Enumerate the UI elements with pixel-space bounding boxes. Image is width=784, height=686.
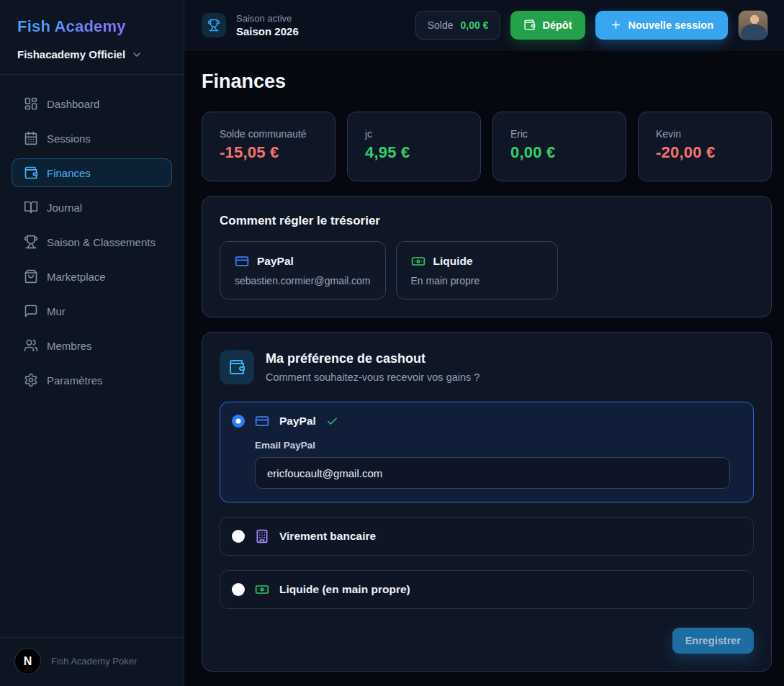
plus-icon	[610, 19, 622, 31]
radio-virement[interactable]	[232, 530, 245, 543]
sidebar-item-parametres[interactable]: Paramètres	[12, 366, 172, 394]
stat-value: 4,95 €	[365, 143, 463, 162]
season-name: Saison 2026	[236, 25, 299, 37]
page-content: Finances Solde communauté -15,05 € jc 4,…	[184, 50, 784, 686]
cashout-option-virement[interactable]: Virement bancaire	[220, 517, 754, 556]
method-card-liquide: Liquide En main propre	[396, 241, 558, 299]
season-active-label: Saison active	[236, 13, 299, 24]
stat-label: jc	[365, 128, 463, 140]
sidebar-item-mur[interactable]: Mur	[12, 297, 172, 325]
cashout-header: Ma préférence de cashout Comment souhait…	[220, 350, 754, 384]
balance-label: Solde	[428, 19, 454, 31]
method-name: Liquide	[433, 255, 473, 268]
balance-value: 0,00 €	[461, 19, 489, 31]
stat-label: Eric	[510, 128, 608, 140]
sidebar-item-label: Finances	[47, 167, 91, 179]
sidebar-item-marketplace[interactable]: Marketplace	[12, 262, 172, 291]
method-card-paypal: PayPal sebastien.cormier@gmail.com	[220, 241, 386, 299]
balance-chip: Solde 0,00 €	[415, 11, 501, 40]
credit-card-icon	[255, 414, 269, 428]
sidebar: Fish Academy Fishacademy Officiel Dashbo…	[0, 0, 184, 686]
option-label: PayPal	[279, 415, 316, 428]
stats-row: Solde communauté -15,05 € jc 4,95 € Eric…	[202, 112, 772, 181]
treasurer-title: Comment régler le trésorier	[220, 214, 754, 228]
sidebar-footer: N Fish Academy Poker	[0, 637, 184, 686]
check-icon	[326, 415, 338, 428]
stat-label: Solde communauté	[220, 128, 317, 140]
shopping-bag-icon	[24, 269, 38, 284]
cashout-options: PayPal Email PayPal	[220, 402, 754, 609]
sidebar-footer-label: Fish Academy Poker	[51, 656, 137, 667]
new-session-button[interactable]: Nouvelle session	[595, 11, 728, 40]
sidebar-item-label: Saison & Classements	[47, 236, 156, 248]
cashout-option-liquide[interactable]: Liquide (en main propre)	[220, 570, 754, 609]
app-logo: Fish Academy	[17, 17, 166, 36]
sidebar-item-finances[interactable]: Finances	[12, 158, 172, 187]
save-button[interactable]: Enregistrer	[672, 628, 754, 654]
dashboard-icon	[24, 96, 38, 111]
cashout-subtitle: Comment souhaitez-vous recevoir vos gain…	[266, 371, 479, 383]
credit-card-icon	[235, 254, 249, 268]
deposit-button[interactable]: Dépôt	[510, 11, 585, 40]
sidebar-item-label: Paramètres	[47, 374, 103, 387]
sidebar-item-label: Mur	[47, 305, 66, 317]
save-row: Enregistrer	[220, 628, 754, 654]
bank-building-icon	[255, 529, 269, 543]
cashout-panel: Ma préférence de cashout Comment souhait…	[202, 332, 772, 672]
trophy-icon	[202, 13, 226, 37]
sidebar-item-saison-classements[interactable]: Saison & Classements	[12, 227, 172, 256]
sidebar-item-sessions[interactable]: Sessions	[12, 124, 172, 153]
sidebar-item-journal[interactable]: Journal	[12, 193, 172, 222]
sidebar-nav: Dashboard Sessions Finances Journal Sais…	[0, 75, 184, 409]
radio-paypal[interactable]	[232, 415, 245, 428]
stat-card-community-balance: Solde communauté -15,05 €	[202, 112, 335, 181]
sidebar-item-label: Journal	[47, 202, 82, 214]
trophy-icon	[24, 235, 38, 249]
org-switcher[interactable]: Fishacademy Officiel	[17, 48, 166, 60]
cashout-option-paypal[interactable]: PayPal Email PayPal	[220, 402, 754, 502]
stat-value: -20,00 €	[656, 143, 754, 162]
avatar[interactable]	[738, 10, 768, 40]
book-open-icon	[24, 200, 38, 215]
gear-icon	[24, 373, 38, 387]
treasurer-methods: PayPal sebastien.cormier@gmail.com Liqui…	[220, 241, 754, 299]
radio-liquide[interactable]	[232, 583, 245, 596]
page-title: Finances	[202, 71, 772, 93]
sidebar-item-membres[interactable]: Membres	[12, 331, 172, 360]
banknote-icon	[411, 254, 425, 268]
paypal-email-block: Email PayPal	[255, 440, 742, 490]
message-icon	[24, 304, 38, 318]
email-paypal-label: Email PayPal	[255, 440, 742, 451]
stat-card-kevin: Kevin -20,00 €	[638, 112, 772, 181]
option-label: Virement bancaire	[279, 530, 376, 543]
n-logo-badge: N	[14, 648, 41, 674]
sidebar-item-label: Marketplace	[47, 271, 106, 283]
method-detail: En main propre	[411, 275, 543, 286]
method-name: PayPal	[257, 255, 294, 268]
users-icon	[24, 338, 38, 353]
stat-card-eric: Eric 0,00 €	[492, 112, 626, 181]
method-detail: sebastien.cormier@gmail.com	[235, 275, 371, 286]
sidebar-item-dashboard[interactable]: Dashboard	[12, 89, 172, 118]
sidebar-item-label: Membres	[47, 340, 92, 352]
active-season-block: Saison active Saison 2026	[202, 13, 299, 37]
wallet-icon	[523, 19, 536, 31]
wallet-icon	[220, 350, 254, 384]
new-session-button-label: Nouvelle session	[628, 19, 713, 31]
deposit-button-label: Dépôt	[542, 19, 572, 31]
stat-value: 0,00 €	[510, 143, 608, 162]
wallet-icon	[24, 166, 38, 180]
email-paypal-input[interactable]	[255, 457, 730, 489]
sidebar-item-label: Sessions	[47, 132, 91, 145]
stat-card-jc: jc 4,95 €	[347, 112, 481, 181]
treasurer-panel: Comment régler le trésorier PayPal sebas…	[202, 196, 772, 317]
banknote-icon	[255, 582, 269, 597]
sidebar-item-label: Dashboard	[47, 98, 99, 110]
stat-label: Kevin	[656, 128, 754, 140]
chevron-down-icon	[131, 49, 143, 60]
option-label: Liquide (en main propre)	[279, 583, 410, 596]
brand-block: Fish Academy Fishacademy Officiel	[0, 0, 184, 60]
cashout-title: Ma préférence de cashout	[266, 351, 479, 366]
stat-value: -15,05 €	[220, 143, 317, 162]
org-name: Fishacademy Officiel	[17, 48, 125, 60]
